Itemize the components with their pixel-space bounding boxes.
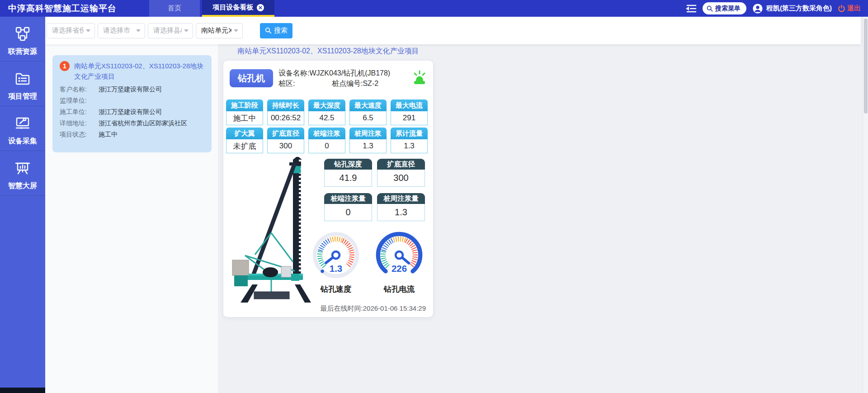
- stat-cell: 桩端注浆0: [308, 128, 345, 153]
- app-root: 中淳高科智慧施工运输平台 首页 项目设备看板 搜索菜单 程凯(第三方: [0, 0, 868, 393]
- tab-close-icon[interactable]: [257, 4, 264, 11]
- sidebar-item-label: 设备采集: [8, 137, 37, 146]
- search-button[interactable]: 搜索: [260, 23, 292, 38]
- vertical-scrollbar[interactable]: [863, 17, 868, 393]
- stat-value: 00:26:52: [267, 111, 304, 125]
- search-menu-button[interactable]: 搜索菜单: [703, 2, 746, 14]
- metric-label: 桩周注浆量: [377, 193, 425, 204]
- city-placeholder: 请选择市: [103, 26, 134, 35]
- project-folder-icon: [14, 71, 31, 87]
- stat-value: 未扩底: [226, 139, 263, 153]
- field-value: 浙江万坚建设有限公司: [99, 108, 162, 115]
- project-title-link[interactable]: 南站单元XS110203-02、XS110203-28地块文化产业项目: [74, 61, 205, 81]
- sidebar-item-label: 项目管理: [8, 92, 37, 101]
- stat-cell: 最大速度6.5: [349, 99, 387, 125]
- scrollbar-thumb[interactable]: [864, 19, 868, 114]
- stat-label: 累计流量: [391, 128, 428, 139]
- chevron-down-icon: [184, 29, 189, 33]
- power-icon: [838, 5, 845, 12]
- search-icon: [707, 5, 713, 12]
- main-project-title: 南站单元XS110203-02、XS110203-28地块文化产业项目: [223, 47, 434, 56]
- metric-label: 桩端注浆量: [324, 193, 372, 204]
- sidebar: 联营资源 项目管理 设备采集 智慧大屏: [0, 17, 45, 393]
- project-field-row: 施工单位: 浙江万坚建设有限公司: [59, 108, 205, 115]
- stat-value: 291: [391, 111, 428, 125]
- metric-cell: 钻孔深度 41.9: [324, 159, 372, 187]
- sidebar-item-smart-screen[interactable]: 智慧大屏: [0, 151, 45, 196]
- stat-cell: 累计流量1.3: [391, 128, 428, 153]
- county-select[interactable]: 请选择县/区: [148, 23, 193, 38]
- device-name: 设备名称:WJZK043/钻孔机(JB178): [278, 68, 390, 78]
- stat-label: 最大电流: [391, 99, 428, 111]
- stat-label: 最大深度: [308, 99, 345, 111]
- sidebar-item-label: 智慧大屏: [8, 181, 37, 191]
- search-button-label: 搜索: [274, 26, 288, 35]
- sidebar-item-label: 联营资源: [8, 47, 37, 57]
- sidebar-item-joint-resources[interactable]: 联营资源: [0, 17, 45, 62]
- sidebar-item-device-collect[interactable]: 设备采集: [0, 106, 45, 151]
- stat-label: 持续时长: [267, 99, 304, 111]
- metric-value: 0: [324, 204, 372, 221]
- province-select[interactable]: 请选择省份: [47, 23, 95, 38]
- chevron-down-icon: [136, 29, 141, 33]
- search-icon: [265, 27, 272, 34]
- stat-label: 施工阶段: [226, 99, 263, 111]
- county-placeholder: 请选择县/区: [153, 26, 182, 35]
- project-field-row: 监理单位:: [59, 97, 205, 104]
- project-field-row: 详细地址: 浙江省杭州市萧山区郎家浜社区: [59, 119, 205, 127]
- stat-value: 1.3: [349, 139, 387, 153]
- last-online-time: 最后在线时间:2026-01-06 15:34:29: [321, 304, 426, 313]
- stat-cell: 持续时长00:26:52: [267, 99, 304, 125]
- metric-value: 1.3: [377, 204, 425, 221]
- device-name-block: 设备名称:WJZK043/钻孔机(JB178) 桩区: 桩点编号:SZ-2: [278, 68, 390, 89]
- sidebar-collapse-bar[interactable]: [0, 388, 45, 393]
- tab-home[interactable]: 首页: [149, 0, 200, 17]
- top-header: 中淳高科智慧施工运输平台 首页 项目设备看板 搜索菜单 程凯(第三方: [0, 0, 868, 17]
- device-type-button[interactable]: 钻孔机: [230, 69, 273, 87]
- metric-label: 扩底直径: [377, 159, 425, 170]
- stat-cell: 施工阶段施工中: [226, 99, 263, 125]
- stat-label: 桩端注浆: [308, 128, 345, 139]
- gauge-value: 1.3: [330, 263, 343, 274]
- smart-screen-icon: [14, 160, 31, 176]
- stat-cell: 桩周注浆1.3: [349, 128, 387, 153]
- project-field-row: 客户名称: 浙江万坚建设有限公司: [59, 85, 205, 93]
- logout-label: 退出: [847, 4, 861, 13]
- stat-value: 0: [308, 139, 345, 153]
- stat-cell: 最大深度42.5: [308, 99, 345, 125]
- app-title: 中淳高科智慧施工运输平台: [8, 3, 117, 14]
- header-right: 搜索菜单 程凯(第三方数采角色) 退出: [685, 0, 861, 17]
- stat-cell: 最大电流291: [391, 99, 428, 125]
- stat-label: 最大速度: [349, 99, 387, 111]
- project-select[interactable]: 南站单元XS1: [196, 23, 243, 38]
- field-label: 施工单位:: [60, 108, 99, 115]
- metric-value: 41.9: [324, 170, 372, 187]
- metric-label: 钻孔深度: [324, 159, 372, 170]
- logout-button[interactable]: 退出: [838, 4, 861, 13]
- stat-value: 施工中: [226, 111, 263, 125]
- metric-cell: 桩周注浆量 1.3: [377, 193, 425, 221]
- project-list-item[interactable]: 1 南站单元XS110203-02、XS110203-28地块文化产业项目 客户…: [52, 55, 212, 152]
- stat-label: 扩底直径: [267, 128, 304, 139]
- stat-label: 桩周注浆: [349, 128, 387, 139]
- field-label: 项目状态:: [60, 131, 99, 138]
- stat-cell: 扩底直径300: [267, 128, 304, 153]
- tab-bar: 首页 项目设备看板: [149, 0, 274, 17]
- user-menu[interactable]: 程凯(第三方数采角色): [752, 3, 832, 14]
- device-card-header: 钻孔机 设备名称:WJZK043/钻孔机(JB178) 桩区: 桩点编号:SZ-…: [230, 68, 428, 89]
- device-card: 钻孔机 设备名称:WJZK043/钻孔机(JB178) 桩区: 桩点编号:SZ-…: [223, 60, 434, 317]
- stat-cell: 扩大翼未扩底: [226, 128, 263, 153]
- tab-project-device-board[interactable]: 项目设备看板: [202, 0, 274, 17]
- project-field-row: 项目状态: 施工中: [59, 131, 205, 138]
- sidebar-item-project-management[interactable]: 项目管理: [0, 62, 45, 106]
- city-select[interactable]: 请选择市: [98, 23, 145, 38]
- field-label: 详细地址:: [60, 119, 99, 127]
- gauge-label-speed: 钻孔速度: [311, 284, 361, 294]
- network-nodes-icon: [14, 26, 31, 42]
- tab-board-label: 项目设备看板: [213, 3, 254, 12]
- pile-zone-label: 桩区:: [278, 78, 332, 89]
- menu-collapse-icon[interactable]: [685, 4, 697, 13]
- field-value: 浙江万坚建设有限公司: [99, 85, 162, 93]
- stat-value: 6.5: [349, 111, 387, 125]
- stats-row-2: 扩大翼未扩底 扩底直径300 桩端注浆0 桩周注浆1.3 累计流量1.3: [226, 128, 431, 153]
